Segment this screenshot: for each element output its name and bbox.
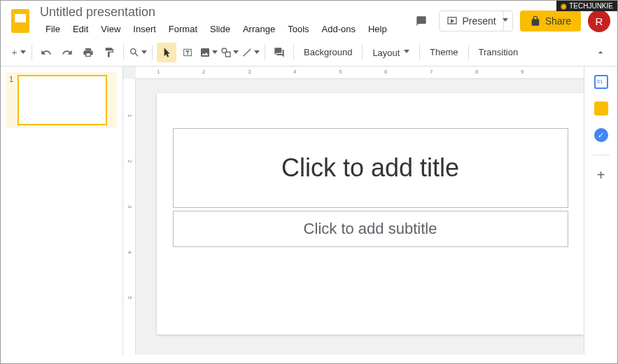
watermark-badge: ◉ TECHJUNKIE: [556, 1, 617, 11]
theme-button[interactable]: Theme: [424, 47, 463, 57]
account-avatar[interactable]: R: [588, 10, 610, 32]
zoom-button[interactable]: [128, 43, 148, 62]
comments-icon[interactable]: [411, 10, 432, 31]
slide-canvas[interactable]: Click to add title Click to add subtitle: [157, 93, 584, 335]
slides-logo[interactable]: [8, 8, 33, 34]
line-tool[interactable]: [241, 43, 260, 62]
paint-format-button[interactable]: [99, 43, 119, 62]
menu-arrange[interactable]: Arrange: [237, 21, 281, 37]
side-panel: +: [584, 66, 617, 355]
layout-button[interactable]: Layout: [367, 47, 415, 58]
toolbar: ＋ Background Layout Theme Transition: [1, 38, 617, 66]
menu-tools[interactable]: Tools: [282, 21, 314, 37]
new-slide-button[interactable]: ＋: [8, 43, 27, 62]
present-button[interactable]: Present: [439, 10, 503, 31]
keep-icon[interactable]: [594, 102, 608, 115]
collapse-toolbar-icon[interactable]: [591, 43, 610, 62]
background-button[interactable]: Background: [298, 47, 358, 57]
shape-tool[interactable]: [220, 43, 239, 62]
slide-number: 1: [9, 75, 13, 125]
menu-insert[interactable]: Insert: [127, 21, 162, 37]
add-addon-icon[interactable]: +: [594, 168, 608, 182]
calendar-icon[interactable]: [594, 75, 608, 89]
document-title[interactable]: Untitled presentation: [40, 5, 404, 20]
ruler-vertical: 12345: [123, 79, 136, 355]
undo-button[interactable]: [36, 43, 56, 62]
image-tool[interactable]: [199, 43, 218, 62]
menu-format[interactable]: Format: [163, 21, 203, 37]
svg-line-4: [244, 48, 251, 56]
svg-rect-3: [225, 52, 230, 57]
title-placeholder[interactable]: Click to add title: [173, 128, 568, 208]
tasks-icon[interactable]: [594, 128, 608, 142]
menu-edit[interactable]: Edit: [67, 21, 94, 37]
redo-button[interactable]: [57, 43, 77, 62]
textbox-tool[interactable]: [178, 43, 197, 62]
transition-button[interactable]: Transition: [473, 47, 524, 57]
ruler-horizontal: 123456789: [136, 66, 584, 79]
select-tool[interactable]: [157, 43, 176, 62]
menu-addons[interactable]: Add-ons: [316, 21, 361, 37]
menu-view[interactable]: View: [95, 21, 126, 37]
share-button[interactable]: Share: [520, 10, 581, 31]
thumbnail-preview: [17, 75, 107, 125]
comment-tool[interactable]: [269, 43, 289, 62]
subtitle-placeholder[interactable]: Click to add subtitle: [173, 211, 568, 247]
menu-slide[interactable]: Slide: [204, 21, 236, 37]
canvas-area: 123456789 12345 Click to add title Click…: [123, 66, 584, 355]
menu-help[interactable]: Help: [363, 21, 393, 37]
present-dropdown[interactable]: [497, 10, 513, 31]
slide-filmstrip: 1: [1, 66, 123, 355]
app-header: Untitled presentation File Edit View Ins…: [1, 1, 617, 38]
menu-bar: File Edit View Insert Format Slide Arran…: [40, 21, 404, 37]
print-button[interactable]: [78, 43, 98, 62]
menu-file[interactable]: File: [40, 21, 66, 37]
slide-thumbnail[interactable]: 1: [6, 72, 117, 128]
